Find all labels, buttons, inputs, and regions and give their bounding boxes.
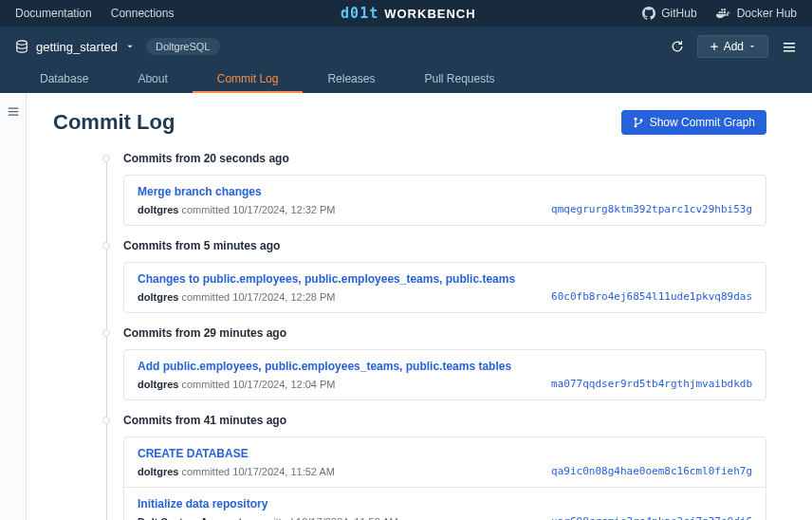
chevron-down-icon bbox=[748, 43, 756, 50]
timeline-dot bbox=[102, 242, 110, 250]
nav-connections[interactable]: Connections bbox=[111, 7, 175, 20]
commit-timestamp: 10/17/2024, 12:32 PM bbox=[232, 204, 335, 215]
commit-author: doltgres bbox=[138, 466, 178, 477]
commit-group: Commits from 29 minutes agoAdd public.em… bbox=[102, 326, 766, 400]
commit-list: Changes to public.employees, public.empl… bbox=[123, 262, 766, 313]
menu-button[interactable] bbox=[782, 39, 797, 54]
plus-icon bbox=[710, 42, 719, 51]
sidebar-expand-button[interactable] bbox=[7, 104, 20, 118]
commit-group: Commits from 41 minutes agoCREATE DATABA… bbox=[102, 414, 766, 520]
commit-item: Initialize data repositoryDolt System Ac… bbox=[124, 488, 766, 520]
committed-word: committed bbox=[181, 291, 230, 303]
commit-timestamp: 10/17/2024, 11:52 AM bbox=[296, 516, 398, 520]
commit-hash[interactable]: uar698crcmie3gs4nkae2cj7g37o0dj6 bbox=[551, 515, 752, 520]
commit-timestamp: 10/17/2024, 11:52 AM bbox=[232, 466, 335, 477]
commit-meta: doltgres committed 10/17/2024, 12:28 PM bbox=[138, 291, 540, 303]
commit-item: Merge branch changesdoltgres committed 1… bbox=[124, 176, 766, 225]
commit-hash[interactable]: qa9ic0n08g4hae0oem8c16cml0fieh7g bbox=[551, 465, 752, 477]
commit-group-header: Commits from 41 minutes ago bbox=[123, 414, 766, 427]
content-area: Commit Log Show Commit Graph Commits fro… bbox=[27, 93, 812, 520]
svg-point-2 bbox=[634, 124, 637, 127]
branch-icon bbox=[633, 117, 644, 128]
topbar: Documentation Connections d01t WORKBENCH… bbox=[0, 0, 812, 27]
tab-database[interactable]: Database bbox=[15, 66, 113, 93]
page-title: Commit Log bbox=[53, 110, 175, 135]
chevron-down-icon bbox=[125, 42, 135, 51]
commit-meta: doltgres committed 10/17/2024, 12:04 PM bbox=[138, 379, 540, 390]
svg-point-1 bbox=[634, 118, 637, 121]
commit-meta: doltgres committed 10/17/2024, 12:32 PM bbox=[138, 204, 540, 215]
commit-item: Add public.employees, public.employees_t… bbox=[124, 350, 766, 399]
app-logo: d01t WORKBENCH bbox=[174, 5, 642, 22]
link-github-label: GitHub bbox=[661, 7, 696, 20]
refresh-button[interactable] bbox=[671, 40, 684, 53]
commit-title[interactable]: Add public.employees, public.employees_t… bbox=[138, 360, 540, 373]
db-type-badge: DoltgreSQL bbox=[146, 38, 219, 55]
committed-word: committed bbox=[181, 379, 230, 390]
svg-point-3 bbox=[639, 119, 642, 121]
commit-list: Add public.employees, public.employees_t… bbox=[123, 349, 766, 400]
github-icon bbox=[642, 7, 655, 20]
timeline-dot bbox=[102, 155, 110, 162]
commit-author: Dolt System Account bbox=[138, 516, 242, 520]
commit-hash[interactable]: qmqegrurg8ktm392tparc1cv29hbi53g bbox=[551, 203, 752, 215]
commit-author: doltgres bbox=[138, 291, 178, 303]
committed-word: committed bbox=[181, 466, 230, 477]
tabs: Database About Commit Log Releases Pull … bbox=[0, 66, 812, 93]
commit-timestamp: 10/17/2024, 12:04 PM bbox=[232, 379, 335, 390]
commit-timeline: Commits from 20 seconds agoMerge branch … bbox=[102, 152, 766, 520]
docker-icon bbox=[716, 8, 731, 19]
logo-text: WORKBENCH bbox=[384, 7, 475, 21]
timeline-dot bbox=[102, 329, 110, 337]
sidebar-toggle-area bbox=[0, 93, 27, 520]
commit-hash[interactable]: ma077qqdser9rd5tb4rgthjmvaibdkdb bbox=[551, 378, 752, 390]
commit-author: doltgres bbox=[138, 204, 178, 215]
database-icon bbox=[15, 40, 28, 53]
database-name: getting_started bbox=[36, 40, 118, 54]
commit-list: CREATE DATABASEdoltgres committed 10/17/… bbox=[123, 436, 766, 520]
commit-list: Merge branch changesdoltgres committed 1… bbox=[123, 175, 766, 226]
commit-title[interactable]: Merge branch changes bbox=[138, 185, 540, 198]
add-button[interactable]: Add bbox=[697, 35, 768, 58]
hamburger-icon bbox=[782, 39, 797, 54]
nav-documentation[interactable]: Documentation bbox=[15, 7, 92, 20]
database-selector[interactable]: getting_started bbox=[15, 40, 135, 54]
commit-group-header: Commits from 29 minutes ago bbox=[123, 326, 766, 340]
subbar: getting_started DoltgreSQL Add bbox=[0, 27, 812, 66]
add-button-label: Add bbox=[724, 40, 744, 53]
tab-commit-log[interactable]: Commit Log bbox=[193, 66, 304, 93]
show-commit-graph-button[interactable]: Show Commit Graph bbox=[621, 110, 766, 135]
hamburger-icon bbox=[7, 104, 20, 118]
tab-releases[interactable]: Releases bbox=[303, 66, 399, 93]
commit-group: Commits from 5 minutes agoChanges to pub… bbox=[102, 239, 766, 313]
svg-point-0 bbox=[17, 41, 28, 45]
committed-word: committed bbox=[245, 516, 293, 520]
commit-timestamp: 10/17/2024, 12:28 PM bbox=[232, 291, 335, 303]
timeline-dot bbox=[102, 417, 110, 424]
commit-title[interactable]: Initialize data repository bbox=[138, 497, 540, 511]
link-dockerhub-label: Docker Hub bbox=[737, 7, 797, 20]
commit-item: Changes to public.employees, public.empl… bbox=[124, 263, 766, 312]
commit-title[interactable]: CREATE DATABASE bbox=[138, 447, 540, 460]
link-dockerhub[interactable]: Docker Hub bbox=[716, 7, 797, 20]
commit-group: Commits from 20 seconds agoMerge branch … bbox=[102, 152, 766, 226]
commit-meta: doltgres committed 10/17/2024, 11:52 AM bbox=[138, 466, 540, 477]
commit-group-header: Commits from 5 minutes ago bbox=[123, 239, 766, 252]
tab-pull-requests[interactable]: Pull Requests bbox=[399, 66, 519, 93]
commit-author: doltgres bbox=[138, 379, 178, 390]
tab-about[interactable]: About bbox=[113, 66, 192, 93]
link-github[interactable]: GitHub bbox=[642, 7, 696, 20]
commit-item: CREATE DATABASEdoltgres committed 10/17/… bbox=[124, 437, 766, 488]
commit-title[interactable]: Changes to public.employees, public.empl… bbox=[138, 272, 540, 286]
committed-word: committed bbox=[181, 204, 230, 215]
commit-hash[interactable]: 60c0fb8ro4ej6854l11ude1pkvq89das bbox=[551, 290, 752, 303]
commit-meta: Dolt System Account committed 10/17/2024… bbox=[138, 516, 540, 520]
commit-group-header: Commits from 20 seconds ago bbox=[123, 152, 766, 165]
show-commit-graph-label: Show Commit Graph bbox=[650, 116, 755, 129]
refresh-icon bbox=[671, 40, 684, 53]
logo-brand: d01t bbox=[341, 5, 378, 22]
